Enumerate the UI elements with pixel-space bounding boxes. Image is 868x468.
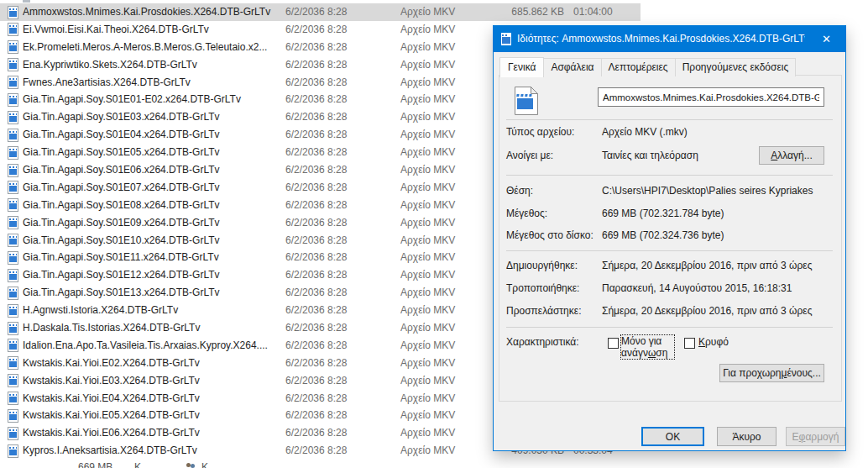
file-name: Fwnes.Ane3artisias.X264.DTB-GrLTv <box>23 76 280 88</box>
mkv-file-icon <box>8 6 18 19</box>
file-name: H.Daskala.Tis.Istorias.X264.DTB-GrLTv <box>23 322 280 334</box>
file-date-modified: 6/2/2036 8:28 <box>285 24 390 35</box>
dialog-title: Ιδιότητες: Ammoxwstos.Mnimes.Kai.Prosdok… <box>517 26 805 52</box>
mkv-file-icon <box>8 427 18 440</box>
table-row[interactable]: Ammoxwstos.Mnimes.Kai.Prosdokies.X264.DT… <box>0 3 641 21</box>
file-type: Αρχείο MKV <box>400 146 480 158</box>
file-type: Αρχείο MKV <box>400 287 480 298</box>
details-pane-partial: 669 MB Κ Κ <box>0 461 353 468</box>
file-type: Αρχείο MKV <box>400 409 480 421</box>
file-date-modified: 6/2/2036 8:28 <box>285 322 390 334</box>
apply-button: Εφαρμογή <box>786 427 845 446</box>
file-name: H.Agnwsti.Istoria.X264.DTB-GrLTv <box>23 304 280 316</box>
file-type: Αρχείο MKV <box>400 357 480 369</box>
created-label: Δημιουργήθηκε: <box>506 260 578 271</box>
file-name: Ena.Kypriwtiko.Skets.X264.DTB-GrLTv <box>23 59 280 71</box>
mkv-file-icon <box>8 234 18 247</box>
cancel-button[interactable]: Άκυρο <box>717 427 776 446</box>
general-tab-page: Τύπος αρχείου: Αρχείο MKV (.mkv) Ανοίγει… <box>499 75 842 402</box>
mkv-file-icon <box>8 129 18 142</box>
tab-general[interactable]: Γενικά <box>499 57 544 77</box>
mkv-file-icon <box>8 216 18 229</box>
size-on-disk-value: 669 MB (702.324.736 byte) <box>602 229 724 241</box>
hidden-checkbox[interactable] <box>684 338 695 349</box>
readonly-label: Μόνο για ανάγνωση <box>621 335 674 359</box>
file-size: 685.862 KB <box>483 6 564 18</box>
mkv-file-icon <box>8 287 18 300</box>
mkv-file-icon <box>8 322 18 335</box>
file-date-modified: 6/2/2036 8:28 <box>285 409 390 421</box>
opens-with-value: Ταινίες και τηλεόραση <box>602 150 698 161</box>
mkv-file-icon <box>8 58 18 71</box>
file-type: Αρχείο MKV <box>400 322 480 334</box>
file-date-modified: 6/2/2036 8:28 <box>285 6 390 18</box>
file-name: Kwstakis.Kai.Yioi.E06.X264.DTB-GrLTv <box>23 427 280 439</box>
file-type: Αρχείο MKV <box>400 375 480 386</box>
mkv-file-icon <box>8 181 18 194</box>
file-name: Gia.Tin.Agapi.Soy.S01E13.x264.DTB-GrLTv <box>23 287 280 298</box>
size-value: 669 MB (702.321.784 byte) <box>602 208 724 219</box>
size-label: Μέγεθος: <box>506 208 547 219</box>
file-type: Αρχείο MKV <box>400 76 480 88</box>
status-fragment-1: Κ <box>134 461 141 468</box>
type-label: Τύπος αρχείου: <box>506 126 574 138</box>
file-name: Kwstakis.Kai.Yioi.E03.X264.DTB-GrLTv <box>23 375 280 386</box>
ok-button[interactable]: OK <box>641 427 704 446</box>
file-type: Αρχείο MKV <box>400 199 480 211</box>
advanced-button[interactable]: Για προχωρημένους... <box>719 364 824 382</box>
file-type: Αρχείο MKV <box>400 217 480 229</box>
type-value: Αρχείο MKV (.mkv) <box>602 126 688 138</box>
file-name: Ei.Vwmoi.Eisi.Kai.Theoi.X264.DTB-GrLTv <box>23 24 280 35</box>
file-name: Gia.Tin.Agapi.Soy.S01E01-E02.x264.DTB-Gr… <box>23 93 280 105</box>
dialog-titlebar: Ιδιότητες: Ammoxwstos.Mnimes.Kai.Prosdok… <box>494 26 845 52</box>
file-name: Gia.Tin.Agapi.Soy.S01E08.x264.DTB-GrLTv <box>23 199 280 211</box>
file-name: Kwstakis.Kai.Yioi.E02.X264.DTB-GrLTv <box>23 357 280 369</box>
shared-people-icon <box>186 462 196 468</box>
readonly-checkbox[interactable] <box>608 338 619 349</box>
file-type: Αρχείο MKV <box>400 392 480 404</box>
file-type: Αρχείο MKV <box>400 181 480 193</box>
file-date-modified: 6/2/2036 8:28 <box>285 93 390 105</box>
tab-security[interactable]: Ασφάλεια <box>543 58 601 76</box>
file-name: Ammoxwstos.Mnimes.Kai.Prosdokies.X264.DT… <box>23 6 280 18</box>
location-label: Θέση: <box>506 185 533 197</box>
mkv-file-icon <box>8 198 18 212</box>
file-type: Αρχείο MKV <box>400 164 480 176</box>
file-date-modified: 6/2/2036 8:28 <box>285 304 390 316</box>
file-date-modified: 6/2/2036 8:28 <box>285 251 390 263</box>
dialog-tabs: Γενικά Ασφάλεια Λεπτομέρειες Προηγούμενε… <box>499 57 795 76</box>
file-date-modified: 6/2/2036 8:28 <box>285 287 390 298</box>
hidden-label: Κρυφό <box>698 336 729 348</box>
file-type: Αρχείο MKV <box>400 41 480 53</box>
file-name: Gia.Tin.Agapi.Soy.S01E06.x264.DTB-GrLTv <box>23 164 280 176</box>
mkv-file-icon <box>8 146 18 160</box>
file-name: Gia.Tin.Agapi.Soy.S01E09.x264.DTB-GrLTv <box>23 217 280 229</box>
separator <box>506 327 833 328</box>
partial-row-top <box>23 0 30 3</box>
mkv-file-icon <box>8 111 18 124</box>
file-type: Αρχείο MKV <box>400 24 480 35</box>
mkv-file-icon <box>8 40 18 54</box>
filename-input[interactable] <box>598 87 824 107</box>
opens-with-label: Ανοίγει με: <box>506 150 553 161</box>
close-icon[interactable]: ✕ <box>808 26 845 52</box>
tab-details[interactable]: Λεπτομέρειες <box>601 58 676 76</box>
file-date-modified: 6/2/2036 8:28 <box>285 392 390 404</box>
file-name: Kwstakis.Kai.Yioi.E05.X264.DTB-GrLTv <box>23 409 280 421</box>
status-fragment-2: Κ <box>201 461 208 468</box>
mkv-file-icon <box>8 251 18 265</box>
mkv-file-icon <box>8 392 18 405</box>
file-date-modified: 6/2/2036 8:28 <box>285 357 390 369</box>
tab-previous-versions[interactable]: Προηγούμενες εκδόσεις <box>675 58 797 76</box>
mkv-file-icon <box>8 374 18 387</box>
file-type: Αρχείο MKV <box>400 304 480 316</box>
file-name: Kypros.I.Aneksartisia.X264.DTB-GrLTv <box>23 444 280 456</box>
size-on-disk-label: Μέγεθος στο δίσκο: <box>506 229 593 241</box>
file-type: Αρχείο MKV <box>400 339 480 351</box>
accessed-value: Σήμερα, 20 Δεκεμβρίου 2016, πριν από 3 ώ… <box>602 305 812 317</box>
change-button[interactable]: Αλλαγή... <box>759 146 824 165</box>
mkv-file-icon <box>8 164 18 177</box>
file-type: Αρχείο MKV <box>400 129 480 140</box>
file-name: Gia.Tin.Agapi.Soy.S01E11.x264.DTB-GrLTv <box>23 251 280 263</box>
file-date-modified: 6/2/2036 8:28 <box>285 146 390 158</box>
